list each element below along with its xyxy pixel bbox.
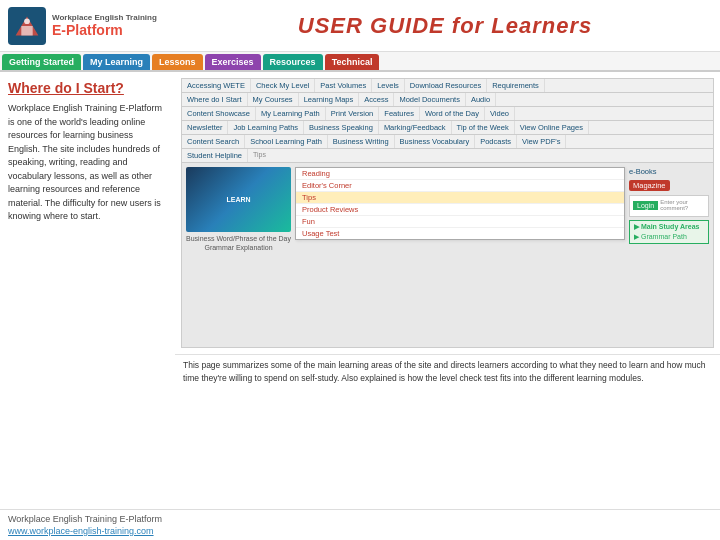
page-footer: Workplace English Training E-Platform ww… <box>0 509 720 540</box>
menu-row-2: Where do I Start My Courses Learning Map… <box>182 93 713 107</box>
page-title: USER GUIDE for Learners <box>298 13 592 38</box>
menu-structure: Accessing WETE Check My Level Past Volum… <box>182 79 713 163</box>
svg-point-3 <box>24 18 30 24</box>
ebooks-label: e-Books <box>629 167 709 176</box>
right-column: Accessing WETE Check My Level Past Volum… <box>175 72 720 509</box>
left-body-text: Workplace English Training E-Platform is… <box>8 102 167 224</box>
word-phrase-image: LEARN <box>186 167 291 232</box>
menu-tip-week[interactable]: Tip of the Week <box>452 121 515 134</box>
menu-features[interactable]: Features <box>379 107 420 120</box>
tab-lessons[interactable]: Lessons <box>152 54 203 70</box>
menu-row-1: Accessing WETE Check My Level Past Volum… <box>182 79 713 93</box>
dropdown-reading[interactable]: Reading <box>296 168 624 180</box>
image-caption2: Grammar Explanation <box>186 244 291 251</box>
footer-line1: Workplace English Training E-Platform <box>8 514 712 524</box>
study-area-box: ▶ Main Study Areas ▶ Grammar Path <box>629 220 709 244</box>
menu-accessing-wete[interactable]: Accessing WETE <box>182 79 251 92</box>
menu-where-start[interactable]: Where do I Start <box>182 93 248 106</box>
nav-tabs-row: Getting Started My Learning Lessons Exer… <box>0 52 720 72</box>
dropdown-tips[interactable]: Tips <box>296 192 624 204</box>
menu-row-5: Content Search School Learning Path Busi… <box>182 135 713 149</box>
magazine-label[interactable]: Magazine <box>629 180 670 191</box>
dropdown-usage-test[interactable]: Usage Test <box>296 228 624 239</box>
svg-rect-2 <box>21 26 32 36</box>
where-start-title: Where do I Start? <box>8 80 167 96</box>
dropdown-product-reviews[interactable]: Product Reviews <box>296 204 624 216</box>
footer-link[interactable]: www.workplace-english-training.com <box>8 526 154 536</box>
bottom-info: This page summarizes some of the main le… <box>175 354 720 389</box>
menu-row-3: Content Showcase My Learning Path Print … <box>182 107 713 121</box>
menu-marking[interactable]: Marking/Feedback <box>379 121 452 134</box>
screenshot-region: Accessing WETE Check My Level Past Volum… <box>181 78 714 348</box>
screenshot-left: LEARN Business Word/Phrase of the Day Gr… <box>186 167 291 251</box>
image-caption: Business Word/Phrase of the Day <box>186 235 291 242</box>
menu-video[interactable]: Video <box>485 107 515 120</box>
login-box: Login Enter your comment? <box>629 195 709 217</box>
menu-levels[interactable]: Levels <box>372 79 405 92</box>
page-wrapper: Workplace English Training E-Platform US… <box>0 0 720 540</box>
menu-business-writing[interactable]: Business Writing <box>328 135 395 148</box>
menu-school-path[interactable]: School Learning Path <box>245 135 328 148</box>
menu-learning-path[interactable]: My Learning Path <box>256 107 326 120</box>
logo-top-text: Workplace English Training <box>52 13 157 22</box>
menu-job-learning[interactable]: Job Learning Paths <box>228 121 304 134</box>
menu-audio[interactable]: Audio <box>466 93 496 106</box>
menu-row-6: Student Helpline Tips <box>182 149 713 163</box>
login-comment-placeholder: Enter your comment? <box>660 199 705 211</box>
logo-e: E- <box>52 22 66 38</box>
menu-podcasts[interactable]: Podcasts <box>475 135 517 148</box>
menu-check-level[interactable]: Check My Level <box>251 79 315 92</box>
menu-row-4: Newsletter Job Learning Paths Business S… <box>182 121 713 135</box>
menu-past-volumes[interactable]: Past Volumes <box>315 79 372 92</box>
logo-text: Workplace English Training E-Platform <box>52 13 157 38</box>
menu-view-pdfs[interactable]: View PDF's <box>517 135 566 148</box>
content-section: Where do I Start? Workplace English Trai… <box>0 72 720 509</box>
menu-word-of-day[interactable]: Word of the Day <box>420 107 485 120</box>
menu-view-online[interactable]: View Online Pages <box>515 121 589 134</box>
menu-access[interactable]: Access <box>359 93 394 106</box>
menu-download-resources[interactable]: Download Resources <box>405 79 487 92</box>
menu-newsletter[interactable]: Newsletter <box>182 121 228 134</box>
dropdown-fun[interactable]: Fun <box>296 216 624 228</box>
screenshot-center: Reading Editor's Corner Tips Product Rev… <box>295 167 625 251</box>
menu-model-documents[interactable]: Model Documents <box>394 93 465 106</box>
logo-area: Workplace English Training E-Platform <box>8 7 178 45</box>
header: Workplace English Training E-Platform US… <box>0 0 720 52</box>
menu-content-showcase[interactable]: Content Showcase <box>182 107 256 120</box>
study-area-label: ▶ Main Study Areas <box>634 223 704 231</box>
bottom-text: This page summarizes some of the main le… <box>183 360 706 383</box>
dropdown-editors-corner[interactable]: Editor's Corner <box>296 180 624 192</box>
image-text: LEARN <box>226 196 250 203</box>
menu-learning-maps[interactable]: Learning Maps <box>299 93 360 106</box>
menu-business-speaking[interactable]: Business Speaking <box>304 121 379 134</box>
logo-name: E-Platform <box>52 22 157 38</box>
tips-area: Tips <box>248 149 713 162</box>
logo-icon <box>8 7 46 45</box>
menu-content-search[interactable]: Content Search <box>182 135 245 148</box>
tab-my-learning[interactable]: My Learning <box>83 54 150 70</box>
tab-getting-started[interactable]: Getting Started <box>2 54 81 70</box>
menu-student-helpline[interactable]: Student Helpline <box>182 149 248 162</box>
left-column: Where do I Start? Workplace English Trai… <box>0 72 175 509</box>
grammar-path-label: ▶ Grammar Path <box>634 233 704 241</box>
menu-print-version[interactable]: Print Version <box>326 107 380 120</box>
login-button[interactable]: Login <box>633 201 658 210</box>
page-title-area: USER GUIDE for Learners <box>178 13 712 39</box>
tab-exercises[interactable]: Exercises <box>205 54 261 70</box>
menu-business-vocab[interactable]: Business Vocabulary <box>395 135 476 148</box>
tab-technical[interactable]: Technical <box>325 54 380 70</box>
lessons-dropdown: Reading Editor's Corner Tips Product Rev… <box>295 167 625 240</box>
tab-resources[interactable]: Resources <box>263 54 323 70</box>
menu-requirements[interactable]: Requirements <box>487 79 545 92</box>
login-row: Login Enter your comment? <box>633 199 705 211</box>
menu-my-courses[interactable]: My Courses <box>248 93 299 106</box>
screenshot-right: e-Books Magazine Login Enter your commen… <box>629 167 709 251</box>
screenshot-body: LEARN Business Word/Phrase of the Day Gr… <box>182 163 713 255</box>
